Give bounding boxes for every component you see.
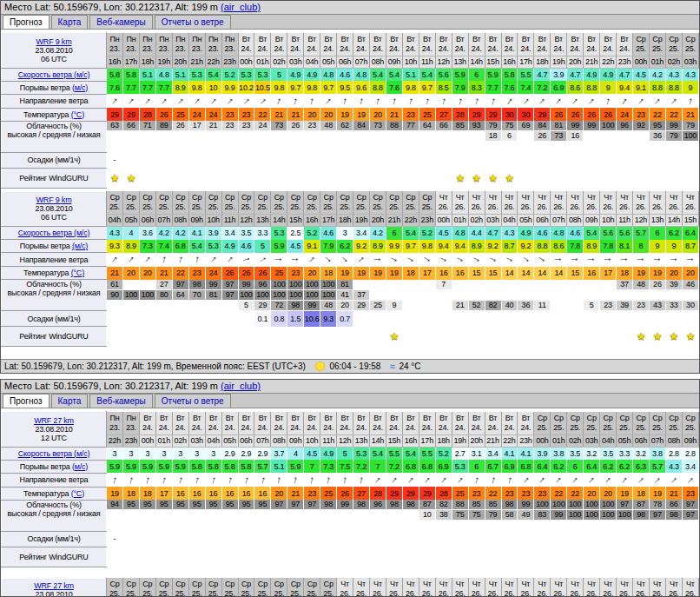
- wind-speed-cell: 4.8: [452, 227, 468, 240]
- model-run-date: 23.08.2010: [35, 204, 72, 213]
- tab-wind-reports[interactable]: Отчеты о ветре: [155, 394, 231, 408]
- cloud-low: [683, 521, 698, 530]
- cloud-mid: 49: [518, 510, 533, 520]
- cloud-low: [123, 301, 139, 310]
- model-link[interactable]: WRF 27 km: [34, 581, 74, 590]
- wind-direction-cell: ↑: [584, 473, 600, 487]
- hour-header-cell: 16h: [402, 434, 419, 447]
- model-link[interactable]: WRF 9 km: [36, 37, 72, 46]
- hour-header-cell: 00h: [238, 56, 254, 68]
- tab-wind-reports[interactable]: Отчеты о ветре: [155, 15, 231, 29]
- spot-link[interactable]: (air_club): [221, 2, 261, 12]
- day-header-cell: Вт24.: [386, 412, 402, 435]
- cloud-low: [485, 521, 501, 530]
- wind-gust-cell: 8.1: [617, 240, 633, 253]
- cloud-low: [485, 142, 501, 151]
- temperature-cell: 21: [665, 487, 682, 500]
- wind-speed-cell: 4.9: [304, 68, 320, 81]
- row-label-link[interactable]: (°C): [71, 269, 84, 277]
- temperature-cell: 23: [238, 108, 254, 121]
- day-header-cell: Чт26.: [567, 578, 584, 597]
- cloud-high: 96: [617, 121, 632, 130]
- tab-webcams[interactable]: Веб-камеры: [89, 394, 153, 408]
- tab-webcams[interactable]: Веб-камеры: [89, 15, 153, 29]
- day-header-cell: Чт26.: [435, 191, 452, 215]
- row-label-link[interactable]: (°C): [71, 489, 84, 498]
- wind-arrow-icon: ↑: [486, 255, 499, 265]
- row-label-link[interactable]: (м/с): [72, 462, 88, 471]
- rating-row-label: Рейтинг WindGURU: [2, 547, 107, 567]
- wind-direction-cell: ↑: [419, 253, 435, 267]
- tab-map[interactable]: Карта: [51, 15, 89, 29]
- wind-gust-cell: 5.8: [238, 460, 254, 473]
- temperature-cell: 17: [600, 267, 617, 280]
- cloud-cover-cell: 95: [122, 500, 139, 531]
- wind-gust-cell: 4.5: [287, 240, 304, 253]
- rating-cell: [584, 327, 600, 347]
- cloud-cover-cell: 7918: [485, 121, 501, 152]
- cloud-high: [123, 280, 139, 289]
- hour-header-cell: 06h: [337, 56, 353, 68]
- row-label-link[interactable]: (м/с): [72, 242, 88, 250]
- temperature-cell: 27: [353, 487, 370, 500]
- rating-cell: ★: [501, 168, 518, 188]
- cloud-low: [403, 521, 419, 530]
- model-cell: WRF 9 km23.08.201006 UTC: [2, 33, 107, 69]
- hour-header-cell: 21h: [188, 56, 205, 68]
- model-run-utc: 12 UTC: [41, 434, 67, 442]
- wind-gust-cell: 7.7: [485, 81, 501, 94]
- hour-header-cell: 00h: [534, 434, 551, 447]
- row-label-link[interactable]: (°C): [71, 110, 84, 119]
- rating-cell: [665, 547, 682, 567]
- precip-cell: [107, 311, 123, 327]
- temperature-cell: 20: [665, 267, 682, 280]
- wind-arrow-icon: ↑: [126, 254, 137, 266]
- model-link[interactable]: WRF 27 km: [34, 416, 74, 425]
- tab-forecast[interactable]: Прогноз: [3, 15, 50, 29]
- tab-forecast[interactable]: Прогноз: [3, 394, 50, 408]
- row-label-link[interactable]: Скорость ветра (м/с): [18, 70, 90, 79]
- cloud-low: [173, 521, 188, 530]
- rating-cell: ★: [665, 327, 682, 347]
- rating-cell: [221, 168, 238, 188]
- wind-arrow-icon: ↑: [389, 474, 400, 486]
- spot-link[interactable]: (air_club): [221, 381, 261, 391]
- cloud-mid: [683, 290, 698, 300]
- cloud-mid: [254, 131, 270, 141]
- wind-direction-cell: ↑: [107, 473, 123, 487]
- cloud-mid: [254, 510, 270, 520]
- cloud-low: [156, 142, 172, 151]
- wind-direction-cell: ↑: [221, 94, 238, 108]
- cloud-low: [353, 521, 369, 530]
- cloud-mid: [584, 290, 599, 300]
- wind-arrow-icon: ↑: [421, 474, 433, 486]
- wind-arrow-icon: ↑: [472, 95, 480, 107]
- rating-cell: [633, 168, 650, 188]
- hour-header-cell: 13h: [254, 215, 271, 227]
- row-label-link[interactable]: Скорость ветра (м/с): [18, 229, 90, 237]
- row-label-link[interactable]: Скорость ветра (м/с): [18, 449, 90, 458]
- hour-header-cell: 03h: [584, 434, 600, 447]
- wind-arrow-icon: ↑: [372, 257, 383, 262]
- cloud-cover-cell: 40: [501, 280, 518, 311]
- precip-cell: [337, 152, 353, 168]
- tab-map[interactable]: Карта: [51, 394, 89, 408]
- cloud-cover-cell: 82: [485, 280, 501, 311]
- row-label-link[interactable]: (м/с): [72, 83, 88, 92]
- precip-cell: [452, 531, 468, 547]
- direction-row-label: Направление ветра: [2, 94, 107, 108]
- precip-cell: [682, 152, 698, 168]
- wind-arrow-icon: ↑: [323, 95, 334, 107]
- hour-header-cell: 09h: [682, 434, 698, 447]
- cloud-cover-cell: [567, 280, 584, 311]
- cloud-mid: [239, 510, 254, 520]
- cloud-low: [469, 521, 485, 530]
- day-header-cell: Чт26.: [337, 578, 353, 597]
- hour-header-cell: 16h: [501, 56, 518, 68]
- temperature-cell: 23: [188, 267, 205, 280]
- cloud-mid: 100: [287, 290, 303, 300]
- rating-cell: [386, 547, 402, 567]
- model-link[interactable]: WRF 9 km: [36, 196, 72, 204]
- cloud-mid: [206, 510, 221, 520]
- cloud-low: [452, 142, 468, 151]
